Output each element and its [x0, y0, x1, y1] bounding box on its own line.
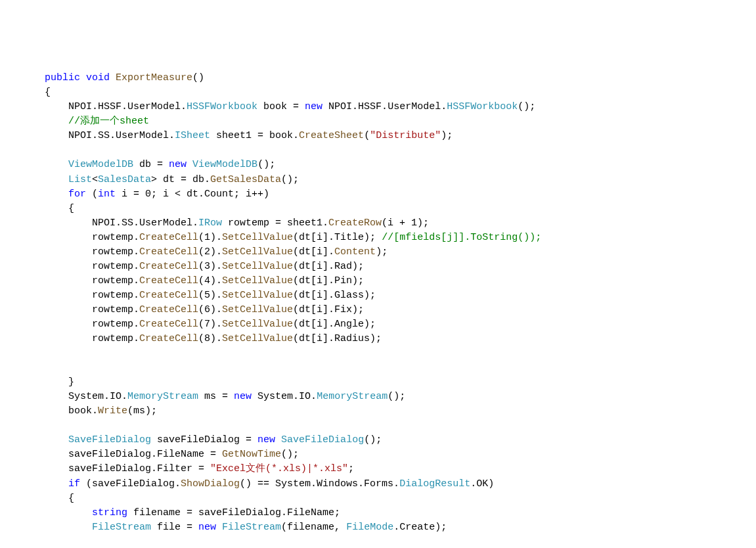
code-line[interactable]	[45, 346, 743, 361]
code-line[interactable]: SaveFileDialog saveFileDialog = new Save…	[45, 433, 743, 447]
token-normal: .Create);	[393, 522, 447, 533]
code-line[interactable]: List<SalesData> dt = db.GetSalesData();	[45, 173, 743, 187]
code-line[interactable]: {	[45, 491, 743, 506]
code-line[interactable]	[45, 419, 743, 433]
code-line[interactable]: }	[45, 375, 743, 390]
code-line[interactable]	[45, 361, 743, 375]
token-method: SetCellValue	[222, 333, 293, 344]
code-line[interactable]: rowtemp.CreateCell(8).SetCellValue(dt[i]…	[45, 332, 743, 346]
token-type: SaveFileDialog	[68, 434, 151, 445]
code-line[interactable]: if (saveFileDialog.ShowDialog() == Syste…	[45, 477, 743, 491]
code-line[interactable]: ViewModelDB db = new ViewModelDB();	[45, 158, 743, 172]
token-method: CreateSheet	[299, 130, 364, 141]
token-normal: (6).	[198, 304, 222, 315]
token-normal: ();	[281, 174, 299, 185]
token-method: Write	[98, 405, 127, 417]
token-normal: System.IO.	[252, 391, 317, 402]
token-keyword: if	[68, 478, 80, 490]
token-method: SetCellValue	[222, 261, 293, 272]
code-line[interactable]: FileStream file = new FileStream(filenam…	[45, 520, 743, 535]
token-method: CreateCell	[139, 304, 198, 315]
code-line[interactable]: rowtemp.CreateCell(4).SetCellValue(dt[i]…	[45, 274, 743, 288]
code-line[interactable]	[45, 535, 743, 548]
token-normal: rowtemp.	[92, 333, 139, 344]
code-line[interactable]: public void ExportMeasure()	[45, 71, 743, 85]
token-normal: ()	[192, 72, 204, 83]
token-type: HSSFWorkbook	[187, 101, 257, 112]
code-line[interactable]: string filename = saveFileDialog.FileNam…	[45, 506, 743, 520]
token-type: ViewModelDB	[68, 159, 133, 170]
code-line[interactable]: rowtemp.CreateCell(6).SetCellValue(dt[i]…	[45, 303, 743, 317]
token-keyword: for	[68, 189, 86, 200]
token-method: SetCellValue	[222, 319, 293, 330]
token-normal: rowtemp.	[92, 232, 139, 243]
token-keyword: new	[234, 391, 252, 402]
code-line[interactable]: NPOI.SS.UserModel.ISheet sheet1 = book.C…	[45, 129, 743, 143]
token-normal	[80, 72, 86, 83]
token-normal: rowtemp.	[92, 304, 139, 315]
token-normal: i = 0; i < dt.Count; i++)	[116, 189, 269, 200]
token-normal: .OK)	[470, 478, 494, 490]
token-normal: (dt[i].Pin);	[293, 275, 364, 286]
token-type: FileStream	[222, 522, 281, 533]
token-method: SetCellValue	[222, 290, 293, 301]
token-normal: ms =	[198, 391, 234, 402]
code-line[interactable]: //添加一个sheet	[45, 114, 743, 129]
token-normal: (i + 1);	[382, 217, 429, 229]
token-string: "Excel文件(*.xls)|*.xls"	[210, 463, 348, 474]
token-method: ExportMeasure	[116, 72, 192, 83]
token-normal: (filename,	[281, 522, 346, 533]
code-line[interactable]: NPOI.SS.UserModel.IRow rowtemp = sheet1.…	[45, 216, 743, 231]
code-line[interactable]: for (int i = 0; i < dt.Count; i++)	[45, 187, 743, 202]
token-normal: );	[441, 130, 453, 141]
token-normal: saveFileDialog =	[151, 434, 257, 445]
token-normal: NPOI.SS.UserModel.	[68, 130, 175, 141]
token-type: ISheet	[175, 130, 210, 141]
token-keyword: void	[86, 72, 110, 83]
token-normal: rowtemp = sheet1.	[222, 217, 328, 229]
token-normal: (7).	[198, 319, 222, 330]
token-normal: (3).	[198, 261, 222, 272]
token-normal: (4).	[198, 275, 222, 286]
token-method: SetCellValue	[222, 275, 293, 286]
code-line[interactable]: NPOI.HSSF.UserModel.HSSFWorkbook book = …	[45, 100, 743, 114]
token-normal: rowtemp.	[92, 319, 139, 330]
code-line[interactable]: rowtemp.CreateCell(3).SetCellValue(dt[i]…	[45, 260, 743, 274]
token-keyword: int	[98, 189, 116, 200]
token-normal: file =	[151, 522, 198, 533]
code-line[interactable]	[45, 143, 743, 158]
token-method: CreateCell	[139, 246, 198, 258]
token-keyword: string	[92, 507, 127, 518]
code-line[interactable]: {	[45, 202, 743, 216]
token-normal: rowtemp.	[92, 246, 139, 258]
code-line[interactable]: rowtemp.CreateCell(7).SetCellValue(dt[i]…	[45, 317, 743, 332]
code-line[interactable]: rowtemp.CreateCell(5).SetCellValue(dt[i]…	[45, 288, 743, 303]
code-line[interactable]: saveFileDialog.Filter = "Excel文件(*.xls)|…	[45, 462, 743, 476]
token-type: MemoryStream	[317, 391, 388, 402]
token-method: CreateCell	[139, 290, 198, 301]
token-normal: saveFileDialog.Filter =	[68, 463, 210, 474]
code-line[interactable]: saveFileDialog.FileName = GetNowTime();	[45, 447, 743, 462]
code-line[interactable]: {	[45, 85, 743, 100]
code-line[interactable]: System.IO.MemoryStream ms = new System.I…	[45, 390, 743, 404]
token-method: Content	[334, 246, 376, 258]
code-line[interactable]: rowtemp.CreateCell(1).SetCellValue(dt[i]…	[45, 231, 743, 245]
token-keyword: new	[169, 159, 187, 170]
token-type: FileStream	[92, 522, 151, 533]
token-normal	[187, 159, 192, 170]
token-normal: (dt[i].Fix);	[293, 304, 364, 315]
token-keyword: public	[45, 72, 80, 83]
code-line[interactable]: book.Write(ms);	[45, 404, 743, 419]
token-normal: System.IO.	[68, 391, 127, 402]
code-line[interactable]: rowtemp.CreateCell(2).SetCellValue(dt[i]…	[45, 245, 743, 260]
token-method: SetCellValue	[222, 304, 293, 315]
token-type: DialogResult	[399, 478, 470, 490]
token-normal	[216, 522, 222, 533]
token-normal: NPOI.SS.UserModel.	[92, 217, 198, 229]
token-normal: (dt[i].	[293, 246, 334, 258]
token-normal: ;	[348, 463, 354, 474]
token-normal: ();	[281, 449, 299, 460]
token-normal: (dt[i].Radius);	[293, 333, 382, 344]
code-editor[interactable]: public void ExportMeasure(){ NPOI.HSSF.U…	[45, 71, 743, 548]
token-normal	[110, 72, 116, 83]
